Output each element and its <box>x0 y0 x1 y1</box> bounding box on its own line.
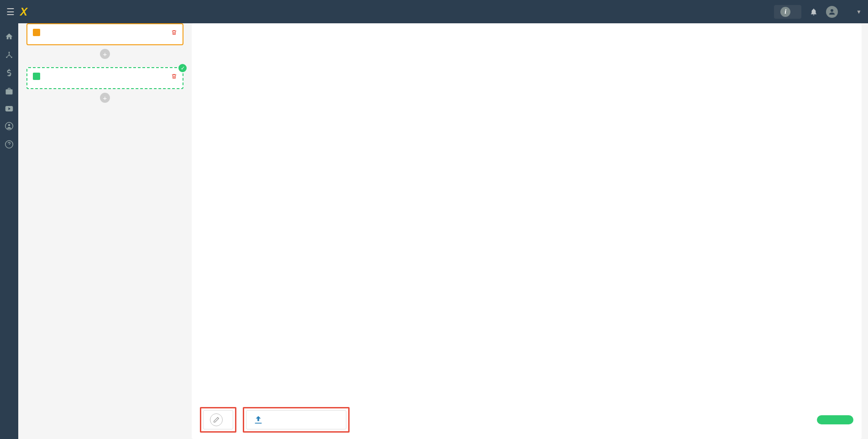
app-header: ☰ X i ▼ <box>0 0 868 23</box>
delete-icon[interactable] <box>171 73 177 79</box>
check-icon: ✓ <box>178 64 187 72</box>
account-icon[interactable] <box>5 122 13 130</box>
upload-icon <box>253 415 264 425</box>
step-receive-card[interactable]: ✓ <box>26 67 183 89</box>
video-icon[interactable] <box>5 106 13 112</box>
connections-icon[interactable] <box>5 51 13 59</box>
steps-panel: + ✓ + <box>18 23 192 439</box>
columns-table <box>192 23 862 401</box>
help-icon[interactable] <box>5 140 13 148</box>
edit-highlight <box>200 407 236 433</box>
menu-toggle[interactable]: ☰ <box>6 6 15 17</box>
add-step-button[interactable]: + <box>100 93 110 103</box>
step-number <box>33 29 40 36</box>
step-search-card[interactable] <box>26 23 183 45</box>
briefcase-icon[interactable] <box>5 87 13 95</box>
svg-point-2 <box>6 57 7 58</box>
logo-x-icon: X <box>20 5 28 18</box>
billing-icon[interactable] <box>6 69 12 77</box>
notifications-icon[interactable] <box>810 8 818 16</box>
svg-point-1 <box>9 52 10 53</box>
action-bar <box>192 401 862 439</box>
continue-button[interactable] <box>817 415 853 424</box>
step-number <box>33 73 40 80</box>
svg-point-0 <box>831 9 833 12</box>
user-menu[interactable]: ▼ <box>826 6 862 18</box>
actions-counter[interactable]: i <box>774 5 801 19</box>
avatar-icon <box>826 6 838 18</box>
sidebar-nav <box>0 23 18 439</box>
info-icon: i <box>780 7 790 17</box>
chevron-down-icon: ▼ <box>856 9 862 15</box>
svg-point-3 <box>11 57 12 58</box>
logo[interactable]: X <box>20 5 28 18</box>
edit-button[interactable] <box>203 410 233 429</box>
add-step-button[interactable]: + <box>100 49 110 59</box>
home-icon[interactable] <box>5 32 13 41</box>
svg-point-6 <box>8 124 10 127</box>
send-test-button[interactable] <box>246 410 346 429</box>
send-highlight <box>243 407 350 433</box>
delete-icon[interactable] <box>171 29 177 36</box>
pencil-icon <box>210 413 223 426</box>
main-panel <box>192 23 862 439</box>
